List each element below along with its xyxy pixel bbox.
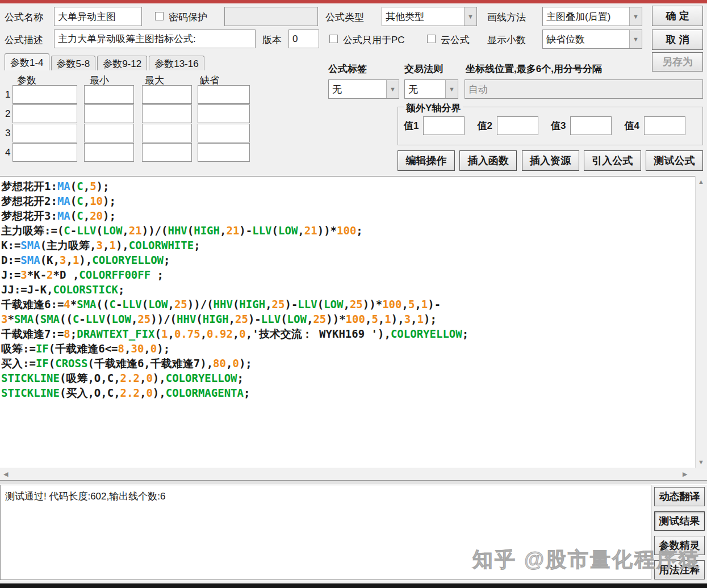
code-line[interactable]: 梦想花开3:MA(C,20); <box>1 208 695 223</box>
formula-tag-label: 公式标签 <box>328 62 367 75</box>
param-row-number: 3 <box>5 128 10 139</box>
param-tabs: 参数1-4参数5-8参数9-12参数13-16 <box>5 53 204 70</box>
top-red-bar <box>0 0 707 3</box>
param-input[interactable] <box>12 143 77 162</box>
action-button-插入函数[interactable]: 插入函数 <box>459 150 517 171</box>
ok-button[interactable]: 确 定 <box>652 6 703 26</box>
y-value-input-1[interactable] <box>423 116 465 135</box>
action-button-编辑操作[interactable]: 编辑操作 <box>398 150 455 171</box>
param-input[interactable] <box>198 104 250 123</box>
scroll-left-icon[interactable]: ◀ <box>3 471 8 478</box>
chevron-down-icon[interactable]: ▼ <box>445 80 458 98</box>
param-input[interactable] <box>12 104 77 123</box>
y-value-label: 值4 <box>624 119 639 132</box>
vertical-scrollbar[interactable]: ▲ ▼ <box>695 176 706 468</box>
watermark: 知乎 @股市量化程序猿 <box>472 546 701 574</box>
formula-editor-dialog: 公式名称 大单异动主图 密码保护 公式类型 其他类型 ▼ 画线方法 主图叠加(后… <box>0 0 707 588</box>
param-input[interactable] <box>142 124 192 142</box>
param-input[interactable] <box>12 85 77 104</box>
y-value-input-2[interactable] <box>497 116 538 135</box>
param-input[interactable] <box>142 85 192 104</box>
y-value-group: 值1 <box>404 116 465 135</box>
param-input[interactable] <box>84 85 134 104</box>
param-input[interactable] <box>84 124 134 142</box>
action-button-测试公式[interactable]: 测试公式 <box>646 150 703 171</box>
param-input[interactable] <box>12 124 77 142</box>
code-line[interactable]: 买入:=IF(CROSS(千载难逢6,千载难逢7),80,0); <box>1 356 695 371</box>
code-line[interactable]: 主力吸筹:=(C-LLV(LOW,21))/(HHV(HIGH,21)-LLV(… <box>1 223 695 238</box>
trade-rule-label: 交易法则 <box>404 62 443 75</box>
formula-name-label: 公式名称 <box>5 11 43 24</box>
horizontal-scrollbar[interactable]: ◀ ▶ <box>0 469 707 480</box>
tab-params-2[interactable]: 参数5-8 <box>51 56 96 70</box>
decimal-dropdown[interactable]: 缺省位数 ▼ <box>542 30 642 49</box>
y-value-group: 值2 <box>477 116 538 135</box>
y-value-group: 值3 <box>551 116 612 135</box>
password-checkbox[interactable] <box>155 12 164 20</box>
formula-desc-input[interactable]: 主力大单异动吸筹主图指标公式: <box>54 30 256 48</box>
code-line[interactable]: 梦想花开1:MA(C,5); <box>1 179 695 194</box>
pc-only-label: 公式只用于PC <box>343 33 405 47</box>
password-input[interactable] <box>224 7 318 26</box>
code-line[interactable]: D:=SMA(K,3,1),COLORYELLOW; <box>1 253 695 267</box>
param-input[interactable] <box>84 104 134 123</box>
draw-method-dropdown[interactable]: 主图叠加(后置) ▼ <box>542 7 642 26</box>
chevron-down-icon[interactable]: ▼ <box>629 30 642 48</box>
chevron-down-icon[interactable]: ▼ <box>629 7 642 26</box>
param-input[interactable] <box>198 124 250 142</box>
code-line[interactable]: JJ:=J-K,COLORSTICK; <box>1 282 695 297</box>
password-label: 密码保护 <box>169 11 207 24</box>
chevron-down-icon[interactable]: ▼ <box>386 80 399 98</box>
cloud-formula-label: 云公式 <box>441 33 470 47</box>
scroll-up-icon[interactable]: ▲ <box>696 178 706 185</box>
decimal-label: 显示小数 <box>487 33 526 47</box>
code-line[interactable]: 3*SMA(SMA((C-LLV(LOW,25))/(HHV(HIGH,25)-… <box>1 312 695 326</box>
y-value-input-4[interactable] <box>644 116 685 135</box>
code-line[interactable]: 千载难逢7:=8;DRAWTEXT_FIX(1,0.75,0.92,0,'技术交… <box>1 326 695 341</box>
action-button-引入公式[interactable]: 引入公式 <box>584 150 641 171</box>
code-line[interactable]: 千载难逢6:=4*SMA((C-LLV(LOW,25))/(HHV(HIGH,2… <box>1 297 695 312</box>
formula-type-label: 公式类型 <box>325 11 364 24</box>
param-input[interactable] <box>198 143 250 162</box>
formula-name-input[interactable]: 大单异动主图 <box>54 7 142 26</box>
param-row-number: 4 <box>5 147 10 158</box>
formula-desc-label: 公式描述 <box>5 33 43 47</box>
tab-params-3[interactable]: 参数9-12 <box>97 56 147 70</box>
side-button-动态翻译[interactable]: 动态翻译 <box>654 487 705 506</box>
y-value-label: 值3 <box>551 119 566 132</box>
param-input[interactable] <box>142 143 192 162</box>
code-editor[interactable]: 梦想花开1:MA(C,5);梦想花开2:MA(C,10);梦想花开3:MA(C,… <box>0 176 695 468</box>
code-line[interactable]: 吸筹:=IF(千载难逢6<=8,30,0); <box>1 341 695 356</box>
scroll-down-icon[interactable]: ▼ <box>696 459 706 465</box>
version-input[interactable]: 0 <box>288 30 319 48</box>
save-as-button[interactable]: 另存为 <box>652 52 703 72</box>
coord-line-input[interactable]: 自动 <box>465 79 703 99</box>
extra-y-axis-label: 额外Y轴分界 <box>404 102 463 115</box>
coord-line-label: 坐标线位置,最多6个,用分号分隔 <box>466 62 602 75</box>
pc-only-checkbox[interactable] <box>329 35 338 43</box>
code-line[interactable]: 梦想花开2:MA(C,10); <box>1 194 695 208</box>
formula-type-dropdown[interactable]: 其他类型 ▼ <box>382 7 477 26</box>
chevron-down-icon[interactable]: ▼ <box>464 7 476 26</box>
tab-params-4[interactable]: 参数13-16 <box>149 56 204 70</box>
y-value-input-3[interactable] <box>570 116 612 135</box>
code-line[interactable]: STICKLINE(吸筹,O,C,2.2,0),COLORYELLOW; <box>1 371 695 385</box>
scroll-right-icon[interactable]: ▶ <box>683 471 687 478</box>
param-input[interactable] <box>142 104 192 123</box>
side-button-测试结果[interactable]: 测试结果 <box>654 511 705 531</box>
cancel-button[interactable]: 取 消 <box>652 30 703 50</box>
code-line[interactable]: STICKLINE(买入,O,C,2.2,0),COLORMAGENTA; <box>1 385 695 400</box>
code-line[interactable]: K:=SMA(主力吸筹,3,1),COLORWHITE; <box>1 238 695 253</box>
param-input[interactable] <box>84 143 134 162</box>
cloud-formula-checkbox[interactable] <box>427 35 436 43</box>
param-input[interactable] <box>198 85 250 104</box>
version-label: 版本 <box>262 33 282 47</box>
code-line[interactable]: J:=3*K-2*D ,COLORFF00FF ; <box>1 267 695 282</box>
draw-method-label: 画线方法 <box>487 11 526 24</box>
trade-rule-dropdown[interactable]: 无 ▼ <box>404 79 458 99</box>
action-button-插入资源[interactable]: 插入资源 <box>522 150 579 171</box>
y-value-label: 值2 <box>477 119 492 132</box>
tab-params-1[interactable]: 参数1-4 <box>5 53 49 70</box>
formula-tag-dropdown[interactable]: 无 ▼ <box>328 79 399 99</box>
y-values-row: 值1值2值3值4 <box>404 116 699 135</box>
